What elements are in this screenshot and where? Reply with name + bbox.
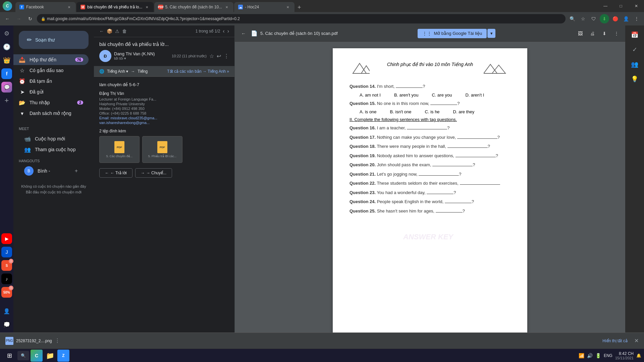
browser-logo[interactable]: C (3, 1, 12, 11)
meet-join-btn[interactable]: 👥 Tham gia cuộc họp (19, 144, 83, 155)
compose-button[interactable]: ✏ Soạn thư (19, 31, 89, 49)
shopee-app-btn[interactable]: S ! (1, 260, 12, 271)
jira-app-btn[interactable]: J (1, 247, 12, 257)
minimize-button[interactable]: — (598, 0, 613, 12)
more-email-btn[interactable]: ⋮ (224, 53, 229, 59)
pdf-logo-area (350, 62, 376, 76)
adblock-icon[interactable]: 🔴 (610, 14, 620, 23)
keep-panel-btn[interactable]: 💡 (628, 72, 641, 86)
attachment-2[interactable]: PDF 5. Phiếu trả lời các... (142, 136, 182, 163)
open-with-dropdown-btn[interactable]: ▾ (487, 29, 495, 38)
tab-close-gmail[interactable]: ✕ (144, 4, 150, 10)
history-app-btn[interactable]: 🕐 (1, 42, 12, 52)
taskbar-coc-coc[interactable]: C (31, 350, 43, 362)
back-to-list-btn[interactable]: ← (99, 28, 104, 34)
download-bar-close-btn[interactable]: ✕ (634, 338, 639, 344)
sidebar-item-income[interactable]: 📂 Thu nhập 2 (13, 97, 89, 108)
people-btn[interactable]: 👤 (1, 306, 12, 316)
contacts-panel-btn[interactable]: 👥 (628, 58, 641, 71)
download-icon-nav[interactable]: ⬇ (600, 14, 609, 23)
income-badge: 2 (77, 101, 83, 105)
back-button[interactable]: ← (3, 14, 12, 23)
taskbar-clock[interactable]: 8:42 CH 15/11/2021 (615, 351, 634, 360)
attachment-1[interactable]: PDF 5. Các chuyên đề... (99, 136, 140, 163)
youtube-app-btn[interactable]: ▶ (1, 233, 12, 244)
taskbar-file-explorer[interactable]: 📁 (44, 350, 56, 362)
star-email-btn[interactable]: ☆ (209, 53, 214, 59)
notification-icon[interactable]: 🔔 (636, 353, 641, 358)
pdf-more-btn[interactable]: ⋮ (612, 29, 621, 38)
spam-btn[interactable]: ⚠ (115, 28, 119, 34)
crown-app-btn[interactable]: 👑 (1, 55, 12, 66)
tab-close-pdf[interactable]: ✕ (224, 4, 229, 10)
forward-button[interactable]: → (14, 14, 23, 23)
start-button[interactable]: ⊞ (3, 350, 16, 361)
extension-icon[interactable]: 🛡 (589, 14, 598, 23)
svg-text:ANSWER KEY: ANSWER KEY (403, 233, 454, 241)
pdf-print-btn[interactable]: 🖨 (588, 29, 597, 38)
meet-new-btn[interactable]: 📹 Cuộc họp mới (19, 133, 83, 144)
messenger-app-btn[interactable]: 💬 (1, 82, 12, 93)
pdf-download-btn[interactable]: ⬇ (600, 29, 609, 38)
sidebar-item-snoozed[interactable]: ⏰ Đã tạm ẩn (13, 76, 89, 86)
pdf-back-btn[interactable]: ← (239, 29, 248, 38)
taskbar-zoom[interactable]: Z (57, 350, 69, 362)
answer-key-watermark: ANSWER KEY (350, 228, 511, 246)
zoom-app-icon: Z (62, 353, 64, 358)
income-icon: 📂 (19, 100, 25, 106)
sound-tray-icon[interactable]: 🔊 (587, 353, 593, 358)
reply-email-btn[interactable]: ↩ (217, 53, 221, 59)
tab-pdf[interactable]: PDF 5. Các chuyên đề (sách ôn 10... ✕ (154, 2, 233, 12)
taskbar-search[interactable]: 🔍 (17, 351, 29, 360)
delete-btn[interactable]: 🗑 (122, 28, 127, 34)
close-button[interactable]: ✕ (629, 0, 644, 12)
battery-tray-icon[interactable]: 🔋 (595, 353, 601, 358)
reload-button[interactable]: ↻ (25, 14, 35, 23)
email-detail-header: ← 📦 ⚠ 🗑 1 trong số 1/2 ‹ › (94, 25, 234, 37)
prev-email-btn[interactable]: ‹ (223, 28, 224, 34)
calendar-panel-btn[interactable]: 📅 (628, 28, 641, 42)
tiktok-app-btn[interactable]: ♪ (1, 274, 12, 284)
settings-app-btn[interactable]: ⚙ (1, 28, 12, 39)
search-icon[interactable]: 🔍 (568, 14, 577, 23)
question-20: Question 20. John should pass the exam, … (350, 162, 511, 168)
add-app-btn[interactable]: + (1, 95, 12, 106)
clock-time: 8:42 CH (615, 351, 634, 356)
translate-btn[interactable]: Tất cả các văn bản → Tiếng Anh » (167, 69, 229, 74)
network-tray-icon[interactable]: 📶 (579, 353, 584, 358)
hangouts-binh[interactable]: B Bình - + (19, 166, 83, 176)
tab-gmail[interactable]: M bài chuyên đề và phiếu trả lo... ✕ (76, 2, 154, 12)
forward-button[interactable]: → → Chuyể... (135, 168, 172, 178)
meet-title: Meet (19, 127, 89, 131)
pdf-screenshot-btn[interactable]: 🖼 (576, 29, 585, 38)
tasks-panel-btn[interactable]: ✓ (628, 43, 641, 56)
reply-button[interactable]: ← ← Trả lời (99, 168, 132, 178)
language-tray[interactable]: ENG (604, 353, 612, 358)
show-all-downloads-btn[interactable]: Hiển thị tất cả (602, 339, 628, 343)
tab-hoc24[interactable]: ☁ - Hoc24 ✕ (234, 2, 294, 12)
sidebar-item-sent[interactable]: ➤ Đã gửi (13, 86, 89, 97)
hangouts-add-icon[interactable]: + (75, 168, 78, 174)
email-preview-text: làm chuyên đề 5-6-7 (99, 82, 229, 87)
next-email-btn[interactable]: › (227, 28, 229, 34)
hangouts-btn[interactable]: 💭 (1, 319, 12, 330)
sidebar-item-expand[interactable]: ▾ Danh sách mở rộng (13, 108, 89, 119)
download-menu-btn[interactable]: ⋮ (55, 338, 60, 344)
menu-button[interactable]: ⋮ (632, 14, 641, 23)
archive-btn[interactable]: 📦 (107, 28, 112, 34)
tab-close-facebook[interactable]: ✕ (66, 4, 72, 10)
facebook-app-btn[interactable]: f (1, 68, 12, 79)
sidebar-item-inbox[interactable]: 📥 Hộp thư đến 76 (13, 54, 89, 65)
discount-app-btn[interactable]: 50% ! (1, 287, 12, 298)
tab-close-hoc24[interactable]: ✕ (285, 4, 290, 10)
sidebar-item-starred[interactable]: ☆ Có gắn dấu sao (13, 65, 89, 76)
sender-email1: Email: missbrave.cloud235@gma... (99, 116, 229, 120)
pdf-content: Chinh phục đề thi vào 10 môn Tiếng Anh Q… (235, 42, 625, 347)
open-with-google-docs-btn[interactable]: ⋮⋮ Mở bằng Google Tài liệu (418, 29, 487, 38)
maximize-button[interactable]: □ (613, 0, 629, 12)
bookmark-icon[interactable]: ☆ (578, 14, 588, 23)
new-tab-button[interactable]: + (294, 3, 304, 12)
url-bar[interactable]: 🔒 mail.google.com/mail/u/0/#inbox/FMfcgz… (37, 14, 566, 23)
profile-icon[interactable]: 👤 (621, 14, 631, 23)
tab-facebook[interactable]: f Facebook ✕ (15, 2, 76, 12)
